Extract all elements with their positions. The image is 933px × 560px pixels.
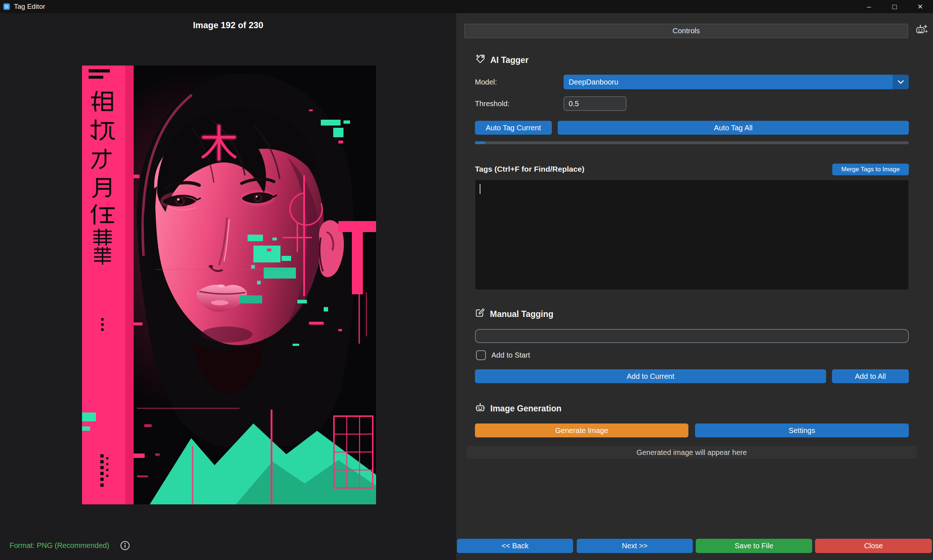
ai-assistant-icon[interactable] <box>914 23 928 37</box>
save-to-file-button[interactable]: Save to File <box>696 539 812 553</box>
generation-settings-button[interactable]: Settings <box>695 423 909 437</box>
tags-label: Tags (Ctrl+F for Find/Replace) <box>475 163 584 176</box>
progress-fill <box>475 141 485 144</box>
ai-tagger-header: AI Tagger <box>475 54 528 67</box>
auto-tag-current-button[interactable]: Auto Tag Current <box>475 121 552 135</box>
robot-icon <box>475 402 485 415</box>
text-cursor <box>480 184 480 194</box>
chevron-down-icon <box>893 75 909 89</box>
auto-tag-all-button[interactable]: Auto Tag All <box>558 121 909 135</box>
titlebar: Tag Editor – □ × <box>0 0 933 13</box>
info-icon[interactable] <box>120 541 130 551</box>
add-to-start-label: Add to Start <box>491 350 530 360</box>
maximize-icon[interactable]: □ <box>882 0 907 13</box>
window-controls: – □ × <box>856 0 933 13</box>
current-image: 絶抗力月任 護譚 木 <box>82 66 376 505</box>
back-button[interactable]: << Back <box>457 539 573 553</box>
model-dropdown[interactable]: DeepDanbooru <box>563 75 909 89</box>
next-button[interactable]: Next >> <box>577 539 693 553</box>
controls-panel: Controls <box>456 13 933 560</box>
add-to-current-button[interactable]: Add to Current <box>475 369 826 383</box>
tags-textarea[interactable] <box>475 180 909 290</box>
generate-image-button[interactable]: Generate Image <box>475 423 688 437</box>
window-title: Tag Editor <box>14 3 45 11</box>
image-viewer-panel: Image 192 of 230 絶抗力月任 護譚 木 <box>0 13 456 560</box>
app-window: Tag Editor – □ × Image 192 of 230 絶抗力月任 … <box>0 0 933 560</box>
ai-tagger-icon <box>475 54 485 67</box>
format-row: Format: PNG (Recommended) <box>9 540 130 551</box>
add-to-all-button[interactable]: Add to All <box>832 369 909 383</box>
ai-tagger-title: AI Tagger <box>490 55 528 65</box>
app-icon <box>3 3 10 10</box>
add-to-start-checkbox[interactable] <box>476 350 486 360</box>
model-dropdown-value: DeepDanbooru <box>569 78 619 86</box>
manual-tagging-title: Manual Tagging <box>490 309 553 319</box>
close-button[interactable]: Close <box>815 539 932 553</box>
image-counter: Image 192 of 230 <box>0 20 456 31</box>
artwork-illustration <box>82 66 376 505</box>
threshold-input[interactable] <box>563 96 627 111</box>
tagging-progress-bar <box>475 141 909 144</box>
generated-image-placeholder: Generated image will appear here <box>466 446 917 459</box>
manual-tagging-header: Manual Tagging <box>475 308 553 321</box>
merge-tags-button[interactable]: Merge Tags to Image <box>832 164 909 175</box>
image-generation-header: Image Generation <box>475 402 561 415</box>
image-generation-title: Image Generation <box>490 404 561 414</box>
portrait <box>137 74 354 449</box>
manual-tag-input[interactable] <box>475 329 909 343</box>
minimize-icon[interactable]: – <box>856 0 882 13</box>
format-label: Format: PNG (Recommended) <box>9 542 109 550</box>
edit-pencil-icon <box>475 308 485 320</box>
threshold-label: Threshold: <box>475 96 510 111</box>
tab-controls[interactable]: Controls <box>464 24 908 38</box>
close-icon[interactable]: × <box>907 0 933 13</box>
model-label: Model: <box>475 75 497 89</box>
